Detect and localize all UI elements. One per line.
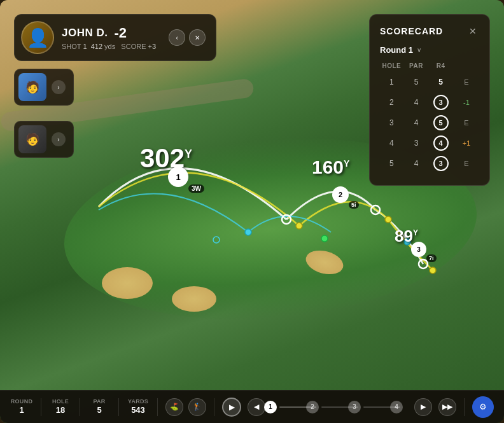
yards-stat: YARDS 543 — [127, 398, 150, 415]
golf-ball-icon-btn[interactable]: ⛳ — [165, 398, 183, 416]
hole-column-header: HOLE — [380, 62, 403, 69]
score-5: 3 — [429, 155, 452, 172]
timeline-dot-1[interactable]: 1 — [264, 401, 277, 413]
score-3: 5 — [429, 114, 452, 132]
scorecard-row-2: 2 4 3 -1 — [380, 94, 479, 111]
shot3-club-label: 7i — [426, 254, 437, 262]
shot3-distance-label: 89Y — [395, 228, 418, 244]
score-1: 5 — [429, 73, 452, 91]
main-container: 302Y 1 3W 160Y 2 5i 89Y 3 7i 👤 JOHN D. -… — [0, 0, 504, 423]
skip-forward-button[interactable]: ▶ — [414, 398, 432, 416]
scorecard-row-1: 1 5 5 E — [380, 73, 479, 91]
scorecard-close-button[interactable]: ✕ — [466, 25, 479, 38]
hole-1: 1 — [380, 76, 403, 88]
round-stat: ROUND 1 — [10, 398, 33, 415]
main-player-card: 👤 JOHN D. -2 SHOT 1 412 yds SCORE +3 ‹ ✕ — [14, 14, 216, 61]
result-2: -1 — [454, 99, 479, 106]
score-4: 4 — [429, 134, 452, 152]
svg-point-7 — [213, 237, 220, 243]
main-player-info: JOHN D. -2 SHOT 1 412 yds SCORE +3 — [62, 25, 156, 50]
shot1-marker[interactable]: 1 — [168, 167, 188, 187]
round-label: ROUND — [11, 398, 33, 405]
side-player-1-expand[interactable]: › — [52, 80, 66, 94]
svg-point-2 — [245, 229, 251, 235]
scorecard-row-5: 5 4 3 E — [380, 155, 479, 172]
result-3: E — [454, 119, 479, 127]
timeline-dot-4[interactable]: 4 — [390, 401, 403, 413]
side-player-avatar-1: 🧑 — [18, 73, 46, 101]
timeline-dot-3[interactable]: 3 — [348, 401, 361, 413]
r4-column-header: R4 — [429, 62, 452, 69]
hole-stat: HOLE 18 — [49, 398, 72, 415]
skip-back-button[interactable]: ◀ — [248, 398, 265, 416]
par-3: 4 — [405, 117, 428, 128]
scorecard-header: SCORECARD ✕ — [380, 25, 479, 38]
main-player-name: JOHN D. — [62, 27, 108, 39]
divider-3 — [118, 398, 119, 416]
bottom-controls: ⛳ 🏌 — [165, 398, 206, 416]
main-player-score: -2 — [114, 25, 127, 41]
svg-point-8 — [321, 235, 328, 242]
divider-6 — [464, 398, 465, 416]
svg-point-4 — [385, 216, 391, 223]
hole-label: HOLE — [52, 398, 69, 405]
shot1-distance-label: 302Y — [140, 145, 192, 172]
player-nav-buttons: ‹ ✕ — [169, 29, 206, 46]
main-player-avatar: 👤 — [21, 21, 54, 54]
par-5: 4 — [405, 158, 428, 169]
play-button[interactable]: ▶ — [222, 398, 241, 417]
par-2: 4 — [405, 97, 428, 108]
par-column-header: PAR — [405, 62, 428, 69]
side-player-card-1[interactable]: 🧑 › — [14, 69, 74, 106]
shot2-distance-label: 160Y — [312, 158, 349, 177]
settings-button[interactable]: ⚙ — [472, 396, 494, 418]
par-4: 3 — [405, 137, 428, 149]
divider-5 — [214, 398, 214, 416]
result-1: E — [454, 78, 479, 86]
svg-point-6 — [430, 267, 436, 274]
scorecard-panel: SCORECARD ✕ Round 1 ∨ HOLE PAR R4 1 5 5 … — [369, 14, 490, 186]
hole-2: 2 — [380, 97, 403, 108]
scorecard-title: SCORECARD — [380, 26, 443, 36]
round-selector-label: Round 1 — [380, 45, 413, 55]
divider-1 — [41, 398, 41, 416]
side-player-avatar-2: 🧑 — [18, 125, 46, 153]
close-player-button[interactable]: ✕ — [189, 29, 206, 46]
result-column-header — [454, 62, 479, 69]
result-4: +1 — [454, 139, 479, 147]
scorecard-row-3: 3 4 5 E — [380, 114, 479, 132]
timeline-dot-2[interactable]: 2 — [306, 401, 319, 413]
hole-value: 18 — [56, 405, 65, 415]
par-1: 5 — [405, 76, 428, 88]
scorecard-row-4: 4 3 4 +1 — [380, 134, 479, 152]
par-label: PAR — [93, 398, 105, 405]
scorecard-column-headers: HOLE PAR R4 — [380, 62, 479, 69]
scorecard-table: HOLE PAR R4 1 5 5 E 2 4 3 - — [380, 62, 479, 172]
round-selector[interactable]: Round 1 ∨ — [380, 45, 479, 55]
golf-cart-icon-btn[interactable]: 🏌 — [188, 398, 206, 416]
divider-4 — [157, 398, 158, 416]
side-player-2-expand[interactable]: › — [52, 132, 66, 146]
shot1-club-label: 3W — [188, 184, 204, 193]
hole-3: 3 — [380, 117, 403, 128]
bottom-bar: ROUND 1 HOLE 18 PAR 5 YARDS 543 ⛳ 🏌 ▶ ◀ — [0, 390, 504, 423]
divider-2 — [80, 398, 80, 416]
hole-4: 4 — [380, 137, 403, 149]
main-player-details: SHOT 1 412 yds SCORE +3 — [62, 43, 156, 50]
result-5: E — [454, 160, 479, 167]
yards-value: 543 — [131, 405, 145, 415]
svg-point-1 — [296, 223, 302, 229]
side-player-card-2[interactable]: 🧑 › — [14, 121, 74, 158]
prev-player-button[interactable]: ‹ — [169, 29, 185, 46]
par-value: 5 — [97, 405, 101, 415]
yards-label: YARDS — [128, 398, 148, 405]
timeline: 1 2 3 4 — [272, 406, 408, 408]
shot2-club-label: 5i — [349, 201, 359, 209]
round-value: 1 — [19, 405, 24, 415]
round-dropdown-icon: ∨ — [417, 46, 421, 53]
hole-5: 5 — [380, 158, 403, 169]
shot3-marker[interactable]: 3 — [411, 242, 426, 257]
par-stat: PAR 5 — [88, 398, 111, 415]
skip-end-button[interactable]: ▶▶ — [438, 398, 456, 416]
shot2-marker[interactable]: 2 — [332, 186, 349, 203]
